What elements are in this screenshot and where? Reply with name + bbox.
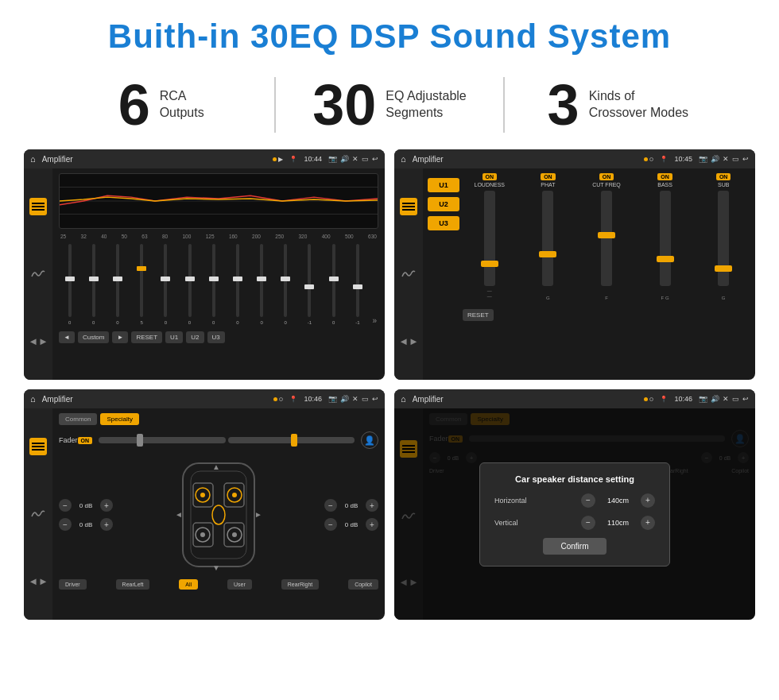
ch-bass-label: BASS [657,182,672,188]
stat-number-crossover: 3 [548,76,579,133]
eq-bottom: ◄ Custom ► RESET U1 U2 U3 [59,331,378,343]
topbar4-gps: 📍 [660,396,668,403]
horizontal-minus[interactable]: − [581,493,595,508]
ch-sub-on[interactable]: ON [716,173,731,180]
freq-25: 25 [60,234,66,239]
btn-copilot[interactable]: Copilot [348,579,378,590]
eq-slider-7[interactable]: 0 [227,244,248,325]
freq-125: 125 [206,234,215,239]
play-icon: ▶ [278,156,283,163]
btn-rearright[interactable]: RearRight [281,579,320,590]
fader-user-icon[interactable]: 👤 [361,431,378,449]
eq-slider-0[interactable]: 0 [59,244,80,325]
fader-sidebar-icon2[interactable] [29,505,47,523]
ch-cutfreq-on[interactable]: ON [599,173,614,180]
amp2-reset-btn[interactable]: RESET [463,309,494,321]
eq-play-btn[interactable]: ► [112,331,128,343]
db-minus-tr[interactable]: − [324,499,337,512]
eq-expand-icon[interactable]: » [370,316,378,325]
eq-slider-6[interactable]: 0 [203,244,224,325]
u-buttons: U1 U2 U3 [428,173,459,375]
amp2-sidebar-icon1[interactable] [400,198,417,215]
screen3-topbar: ⌂ Amplifier 📍 10:46 📷🔊✕▭↩ [24,389,385,408]
u1-btn[interactable]: U1 [428,178,459,192]
stat-label-rca: RCA Outputs [160,88,204,122]
svg-point-15 [200,532,205,537]
fader-sidebar-icon3[interactable]: ◄► [29,573,47,590]
vertical-plus[interactable]: + [641,516,655,530]
topbar1-title: Amplifier [42,155,267,164]
eq-slider-3[interactable]: 5 [131,244,153,325]
eq-slider-12[interactable]: -1 [347,244,368,325]
topbar2-title: Amplifier [413,155,638,164]
u2-btn[interactable]: U2 [428,197,459,211]
volume-icon: 🔊 [340,155,349,163]
eq-custom-btn[interactable]: Custom [78,331,110,343]
fader-slider-h1[interactable] [99,437,226,443]
eq-u2-btn[interactable]: U2 [186,331,203,343]
screens-grid: ⌂ Amplifier ▶ 📍 10:44 📷 🔊 ✕ ▭ ↩ [0,149,779,636]
screen-amp: ⌂ Amplifier 📍 10:45 📷 🔊 ✕ ▭ ↩ [394,149,755,380]
fader-label: Fader [59,436,78,444]
topbar1-icons: 📷 🔊 ✕ ▭ ↩ [328,155,378,163]
amp2-reset-area: RESET [463,306,750,321]
eq-u1-btn[interactable]: U1 [165,331,183,343]
ch-phat-on[interactable]: ON [541,173,556,180]
eq-sidebar-icon3[interactable]: ◄► [29,333,47,350]
eq-slider-11[interactable]: 0 [323,244,344,325]
dialog-overlay: Car speaker distance setting Horizontal … [394,408,755,620]
vol2-icon: 🔊 [711,155,719,163]
eq-slider-8[interactable]: 0 [251,244,273,325]
eq-prev-btn[interactable]: ◄ [59,331,75,343]
db-minus-br[interactable]: − [324,518,337,531]
btn-rearleft[interactable]: RearLeft [116,579,150,590]
eq-slider-1[interactable]: 0 [83,244,104,325]
fader-slider-h2[interactable] [228,437,355,443]
camera-icon: 📷 [328,155,337,163]
eq-u3-btn[interactable]: U3 [207,331,225,343]
ch-cutfreq: ON CUT FREQ F [579,173,634,303]
amp2-sidebar-icon2[interactable] [400,265,417,283]
eq-slider-2[interactable]: 0 [107,244,128,325]
eq-slider-4[interactable]: 0 [155,244,176,325]
eq-slider-9[interactable]: 0 [275,244,296,325]
btn-driver[interactable]: Driver [59,579,87,590]
db-plus-tl[interactable]: + [100,499,113,512]
dot1 [273,157,277,161]
eq-sidebar-icon1[interactable] [29,198,47,215]
db-plus-bl[interactable]: + [100,518,113,531]
ch-loudness-on[interactable]: ON [483,173,498,180]
db-plus-br[interactable]: + [366,518,378,531]
vertical-minus[interactable]: − [581,516,595,530]
eq-slider-10[interactable]: -1 [299,244,320,325]
ch-phat-label: PHAT [541,182,555,188]
fader-left-db: − 0 dB + − 0 dB + [59,499,113,531]
screen1-body: ◄► 25 [24,168,385,380]
eq-sidebar-icon2[interactable] [29,265,47,283]
tab-specialty[interactable]: Specialty [100,413,138,425]
db-minus-bl[interactable]: − [59,518,72,531]
db-minus-tl[interactable]: − [59,499,72,512]
stat-label-eq: EQ Adjustable Segments [386,88,466,122]
db-plus-tr[interactable]: + [366,499,378,512]
tab-common[interactable]: Common [59,413,97,425]
ch-bass-on[interactable]: ON [657,173,672,180]
confirm-btn[interactable]: Confirm [543,538,607,555]
svg-text:▼: ▼ [212,563,220,572]
amp2-sidebar-icon3[interactable]: ◄► [400,333,417,350]
btn-all[interactable]: All [179,579,198,590]
svg-rect-4 [191,471,246,559]
u3-btn[interactable]: U3 [428,216,459,230]
eq-main: 25 32 40 50 63 80 100 125 160 200 250 32… [52,168,385,380]
db-value-tr: 0 dB [340,502,362,509]
eq-sliders: 0 0 0 5 0 [59,241,378,328]
stats-row: 6 RCA Outputs 30 EQ Adjustable Segments … [0,70,779,149]
fader-on-badge[interactable]: ON [78,437,93,444]
eq-slider-5[interactable]: 0 [179,244,200,325]
topbar4-time: 10:46 [674,395,692,403]
horizontal-plus[interactable]: + [641,493,655,508]
fader-sidebar-icon1[interactable] [29,438,47,455]
dialog-horizontal-row: Horizontal − 140cm + [494,493,655,508]
eq-reset-btn[interactable]: RESET [131,331,162,343]
btn-user[interactable]: User [227,579,252,590]
